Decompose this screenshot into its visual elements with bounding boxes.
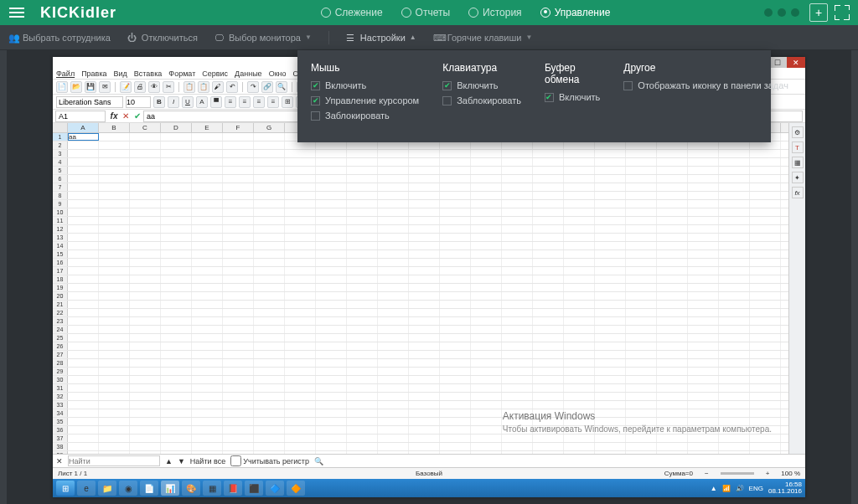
cell[interactable] bbox=[471, 351, 502, 358]
cell[interactable] bbox=[68, 234, 99, 241]
cell[interactable] bbox=[750, 393, 781, 400]
cell[interactable] bbox=[595, 267, 626, 275]
cell[interactable] bbox=[750, 242, 781, 249]
cell[interactable] bbox=[254, 167, 285, 174]
cell[interactable] bbox=[223, 183, 254, 191]
cell[interactable] bbox=[750, 334, 781, 342]
cell[interactable] bbox=[285, 250, 316, 258]
cell[interactable] bbox=[595, 234, 626, 241]
cell[interactable] bbox=[223, 418, 254, 425]
cell[interactable] bbox=[595, 158, 626, 166]
cell[interactable] bbox=[316, 259, 347, 266]
cell[interactable] bbox=[285, 192, 316, 199]
cell[interactable] bbox=[130, 368, 161, 375]
cell[interactable] bbox=[223, 158, 254, 166]
cell[interactable] bbox=[719, 435, 750, 442]
cell[interactable] bbox=[192, 158, 223, 166]
cell[interactable] bbox=[657, 443, 688, 450]
cell[interactable] bbox=[254, 150, 285, 157]
format-button[interactable]: I bbox=[168, 96, 179, 108]
cell[interactable] bbox=[688, 267, 719, 275]
cell[interactable] bbox=[409, 426, 440, 434]
cell[interactable] bbox=[223, 292, 254, 300]
cell[interactable] bbox=[471, 183, 502, 191]
row-header[interactable]: 31 bbox=[53, 384, 68, 392]
disconnect-button[interactable]: ⏻Отключиться bbox=[127, 33, 198, 43]
cell[interactable] bbox=[626, 200, 657, 208]
cell[interactable] bbox=[254, 359, 285, 367]
cell[interactable] bbox=[223, 409, 254, 417]
cell[interactable] bbox=[471, 301, 502, 308]
toolbar-button[interactable]: ↷ bbox=[247, 81, 259, 93]
cell[interactable] bbox=[347, 208, 378, 216]
cell[interactable] bbox=[161, 301, 192, 308]
cell[interactable] bbox=[750, 326, 781, 333]
column-header[interactable]: G bbox=[254, 123, 285, 132]
cell[interactable] bbox=[347, 326, 378, 333]
cell[interactable] bbox=[471, 242, 502, 249]
match-case-check[interactable]: Учитывать регистр bbox=[230, 455, 309, 466]
cell[interactable] bbox=[688, 342, 719, 350]
cell[interactable] bbox=[409, 292, 440, 300]
cell[interactable] bbox=[595, 192, 626, 199]
cell[interactable] bbox=[99, 309, 130, 316]
cell[interactable] bbox=[750, 409, 781, 417]
taskbar-app2[interactable]: ⬛ bbox=[245, 481, 263, 496]
cell[interactable] bbox=[688, 275, 719, 283]
toolbar-button[interactable]: 🖨 bbox=[134, 81, 146, 93]
cell[interactable] bbox=[502, 359, 533, 367]
cell[interactable] bbox=[719, 250, 750, 258]
cell[interactable] bbox=[285, 435, 316, 442]
cell[interactable] bbox=[595, 342, 626, 350]
cell[interactable] bbox=[192, 200, 223, 208]
cell[interactable] bbox=[285, 158, 316, 166]
cell[interactable] bbox=[471, 342, 502, 350]
cell[interactable] bbox=[130, 275, 161, 283]
cell[interactable] bbox=[719, 234, 750, 241]
cell[interactable] bbox=[564, 309, 595, 316]
cell[interactable] bbox=[130, 175, 161, 183]
cell[interactable] bbox=[564, 284, 595, 291]
functions-icon[interactable]: fx bbox=[792, 187, 804, 198]
cell[interactable] bbox=[719, 376, 750, 383]
cell[interactable] bbox=[688, 284, 719, 291]
cell[interactable] bbox=[626, 301, 657, 308]
cell[interactable] bbox=[347, 217, 378, 224]
cell[interactable] bbox=[719, 259, 750, 266]
cell[interactable] bbox=[254, 451, 285, 454]
cell[interactable] bbox=[409, 234, 440, 241]
cell[interactable] bbox=[130, 326, 161, 333]
cell[interactable] bbox=[68, 409, 99, 417]
cell[interactable] bbox=[68, 208, 99, 216]
cell[interactable] bbox=[347, 342, 378, 350]
cell[interactable] bbox=[161, 175, 192, 183]
cell[interactable] bbox=[564, 141, 595, 149]
cell[interactable] bbox=[316, 393, 347, 400]
cell[interactable] bbox=[440, 426, 471, 434]
cell[interactable] bbox=[223, 326, 254, 333]
cell[interactable] bbox=[68, 200, 99, 208]
cell[interactable] bbox=[99, 342, 130, 350]
cell[interactable] bbox=[223, 200, 254, 208]
cell[interactable] bbox=[688, 141, 719, 149]
cell[interactable] bbox=[192, 426, 223, 434]
cell[interactable] bbox=[564, 326, 595, 333]
cell[interactable] bbox=[378, 250, 409, 258]
cell[interactable] bbox=[316, 401, 347, 409]
cell[interactable] bbox=[192, 259, 223, 266]
cell[interactable] bbox=[564, 393, 595, 400]
row-header[interactable]: 18 bbox=[53, 275, 68, 283]
cell[interactable] bbox=[440, 208, 471, 216]
cell[interactable] bbox=[285, 443, 316, 450]
cell[interactable] bbox=[533, 192, 564, 199]
cell[interactable] bbox=[192, 267, 223, 275]
find-input[interactable] bbox=[68, 455, 160, 466]
cell[interactable] bbox=[254, 217, 285, 224]
cell[interactable] bbox=[254, 141, 285, 149]
cell[interactable] bbox=[719, 167, 750, 174]
cell[interactable] bbox=[657, 267, 688, 275]
cell[interactable] bbox=[595, 292, 626, 300]
cell[interactable] bbox=[626, 418, 657, 425]
cell[interactable] bbox=[719, 208, 750, 216]
format-button[interactable]: ≡ bbox=[239, 96, 251, 108]
